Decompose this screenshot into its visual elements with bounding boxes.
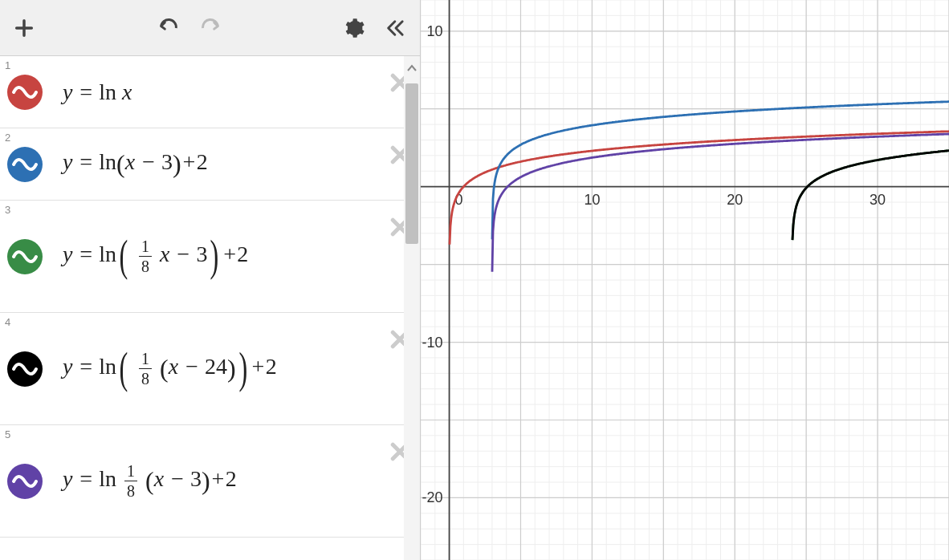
add-expression-button[interactable]: [13, 17, 35, 39]
wave-icon: [10, 150, 39, 179]
row-index: 3: [5, 204, 10, 216]
svg-text:10: 10: [427, 23, 443, 39]
expression-formula[interactable]: y = ln( 18 x − 3)+2: [50, 201, 380, 312]
expression-color-toggle[interactable]: [0, 425, 50, 537]
graph-svg: 102030-20-10100: [421, 0, 949, 560]
graph-canvas[interactable]: 102030-20-10100: [421, 0, 949, 560]
expression-color-toggle[interactable]: [0, 313, 50, 424]
expression-row[interactable]: 5 y = ln 18 (x − 3)+2: [0, 425, 420, 538]
svg-text:20: 20: [727, 192, 743, 208]
row-index: 4: [5, 316, 10, 328]
expression-formula[interactable]: y = ln x: [50, 56, 380, 128]
row-index: 1: [5, 59, 10, 71]
collapse-sidebar-button[interactable]: [385, 17, 407, 39]
scrollbar-thumb[interactable]: [405, 83, 418, 244]
wave-icon: [10, 355, 39, 383]
expression-formula[interactable]: y = ln 18 (x − 3)+2: [50, 425, 380, 537]
scroll-up-icon: [406, 63, 417, 74]
redo-button[interactable]: [199, 17, 222, 39]
svg-text:10: 10: [584, 192, 600, 208]
undo-button[interactable]: [157, 17, 180, 39]
app-root: 1 y = ln x 2: [0, 0, 949, 560]
settings-button[interactable]: [343, 17, 365, 39]
expression-list: 1 y = ln x 2: [0, 56, 420, 560]
expression-formula[interactable]: y = ln(x − 3)+2: [50, 128, 380, 200]
wave-icon: [10, 78, 39, 107]
sidebar-toolbar: [0, 0, 420, 56]
svg-text:30: 30: [870, 192, 886, 208]
svg-text:-20: -20: [422, 489, 443, 505]
row-index: 5: [5, 428, 10, 440]
expression-row[interactable]: 1 y = ln x: [0, 56, 420, 128]
expression-color-toggle[interactable]: [0, 201, 50, 312]
expression-formula[interactable]: y = ln( 18 (x − 24))+2: [50, 313, 380, 424]
expression-row[interactable]: 4 y = ln( 18 (x − 24))+2: [0, 313, 420, 425]
expression-row[interactable]: 3 y = ln( 18 x − 3)+2: [0, 201, 420, 313]
expression-row[interactable]: 2 y = ln(x − 3)+2: [0, 128, 420, 201]
svg-text:-10: -10: [422, 335, 443, 351]
expression-sidebar: 1 y = ln x 2: [0, 0, 421, 560]
wave-icon: [10, 242, 39, 271]
wave-icon: [10, 467, 39, 496]
row-index: 2: [5, 132, 10, 144]
scrollbar-track[interactable]: [404, 56, 420, 560]
